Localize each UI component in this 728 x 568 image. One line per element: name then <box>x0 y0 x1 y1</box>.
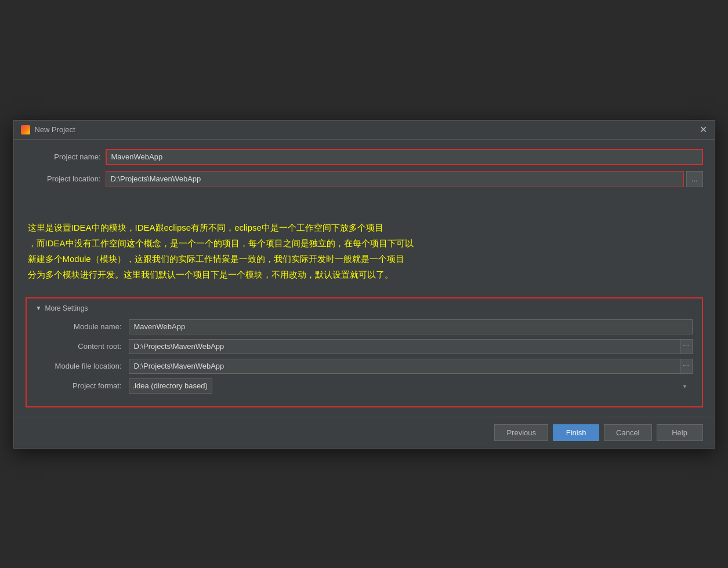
new-project-dialog: New Project ✕ Project name: Project loca… <box>13 120 715 449</box>
content-root-input[interactable] <box>129 339 680 354</box>
dialog-footer: Previous Finish Cancel Help <box>14 417 715 448</box>
content-root-label: Content root: <box>36 342 129 351</box>
more-settings-label: More Settings <box>45 304 88 312</box>
title-bar: New Project ✕ <box>14 121 715 140</box>
project-format-label: Project format: <box>36 381 129 390</box>
annotation-text: 这里是设置IDEA中的模块，IDEA跟eclipse有所不同，eclipse中是… <box>26 220 703 282</box>
module-file-location-browse-button[interactable]: ⋯ <box>680 359 693 374</box>
module-name-label: Module name: <box>36 322 129 331</box>
browse-button[interactable]: ... <box>686 171 702 187</box>
spacer <box>26 193 703 205</box>
previous-button[interactable]: Previous <box>494 424 548 441</box>
app-icon <box>21 125 30 134</box>
project-location-label: Project location: <box>26 174 101 183</box>
folder-icon-2: ⋯ <box>683 362 689 370</box>
project-name-input[interactable] <box>106 149 703 165</box>
module-name-input[interactable] <box>129 319 693 334</box>
module-name-row: Module name: <box>36 319 693 334</box>
module-file-location-row: Module file location: ⋯ <box>36 359 693 374</box>
module-file-location-label: Module file location: <box>36 362 129 370</box>
title-bar-left: New Project <box>21 125 75 134</box>
project-format-select-wrapper: .idea (directory based) .ipr (file based… <box>129 378 693 394</box>
content-root-input-group: ⋯ <box>129 339 693 354</box>
content-root-row: Content root: ⋯ <box>36 339 693 354</box>
project-format-row: Project format: .idea (directory based) … <box>36 378 693 394</box>
dialog-title: New Project <box>35 125 75 134</box>
location-input-group: ... <box>106 171 703 187</box>
dialog-body: Project name: Project location: ... 这里是设… <box>14 140 715 417</box>
project-location-input[interactable] <box>106 171 684 187</box>
folder-icon: ⋯ <box>683 343 689 350</box>
project-name-row: Project name: <box>26 149 703 165</box>
module-file-location-input[interactable] <box>129 359 680 374</box>
close-button[interactable]: ✕ <box>700 126 708 134</box>
project-format-select[interactable]: .idea (directory based) .ipr (file based… <box>129 378 212 394</box>
more-settings-header[interactable]: ▼ More Settings <box>36 304 693 312</box>
chevron-icon: ▼ <box>36 305 42 311</box>
more-settings-section: ▼ More Settings Module name: Content roo… <box>26 297 703 407</box>
module-file-location-input-group: ⋯ <box>129 359 693 374</box>
cancel-button[interactable]: Cancel <box>604 424 651 441</box>
project-name-label: Project name: <box>26 152 101 161</box>
content-root-browse-button[interactable]: ⋯ <box>680 339 693 354</box>
project-location-row: Project location: ... <box>26 171 703 187</box>
finish-button[interactable]: Finish <box>553 424 599 441</box>
help-button[interactable]: Help <box>657 424 703 441</box>
